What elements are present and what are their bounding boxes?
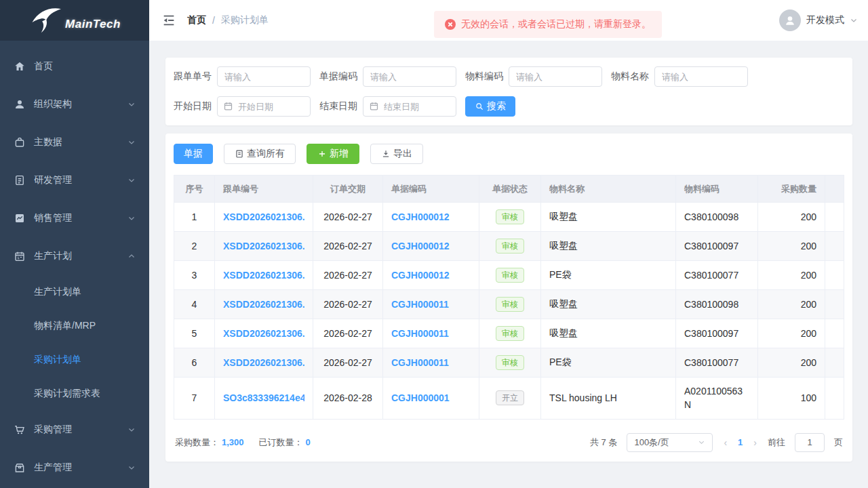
table-row: 5XSDD2026021306..2026-02-27CGJH000011审核吸… (174, 319, 844, 348)
page-size-select[interactable]: 100条/页 (627, 433, 713, 452)
sidebar-item-master-data[interactable]: 主数据 (0, 123, 149, 161)
add-button[interactable]: 新增 (307, 144, 359, 164)
form-item-material-code: 物料编码 (465, 66, 602, 87)
doc-no-link[interactable]: CGJH000011 (391, 328, 471, 339)
avatar (779, 9, 801, 31)
goto-page-input[interactable] (795, 433, 825, 452)
sidebar-item-label: 首页 (34, 60, 136, 73)
search-button[interactable]: 搜索 (465, 96, 515, 117)
order-no-link[interactable]: XSDD2026021306.. (223, 299, 304, 310)
doc-no-link[interactable]: CGJH000012 (391, 270, 471, 281)
prev-page-icon[interactable]: ‹ (722, 437, 728, 448)
order-no-link[interactable]: XSDD2026021306.. (223, 270, 304, 281)
sidebar-subitem-bom-mrp[interactable]: 物料清单/MRP (0, 309, 149, 343)
cell-qty: 200 (758, 203, 825, 232)
table-row: 6XSDD2026021306..2026-02-27CGJH000011审核P… (174, 348, 844, 378)
order-no-link[interactable]: XSDD2026021306.. (223, 241, 304, 251)
result-panel: 单据 查询所有 新增 导出 (165, 134, 852, 462)
current-page[interactable]: 1 (738, 437, 743, 447)
user-icon (14, 98, 26, 110)
page-size-value: 100条/页 (634, 436, 669, 449)
sidebar-subitem-production-plan-order[interactable]: 生产计划单 (0, 275, 149, 309)
purchase-plan-table: 序号跟单编号订单交期单据编码单据状态物料名称物料编码采购数量 1XSDD2026… (174, 175, 844, 420)
sidebar-item-purchasing[interactable]: 采购管理 (0, 411, 149, 449)
sidebar-item-production-plan[interactable]: 生产计划 (0, 237, 149, 275)
cell-delivery-date: 2026-02-27 (313, 290, 383, 319)
query-all-label: 查询所有 (247, 148, 285, 160)
doc-no-link[interactable]: CGJH000001 (391, 392, 471, 403)
status-badge: 审核 (496, 297, 524, 312)
table-row: 1XSDD2026021306..2026-02-27CGJH000012审核吸… (174, 203, 844, 232)
table-row: 7SO3c833396214e402026-02-28CGJH000001开立T… (174, 378, 844, 420)
search-button-label: 搜索 (487, 100, 506, 113)
cell-clipped (825, 232, 844, 261)
cell-seq: 3 (174, 261, 215, 290)
material-name-input[interactable] (654, 66, 748, 87)
start-date-input[interactable] (217, 96, 311, 117)
document-icon (14, 174, 26, 186)
calendar-icon (14, 250, 26, 262)
doc-no-link[interactable]: CGJH000012 (391, 241, 471, 251)
doc-no-link[interactable]: CGJH000011 (391, 357, 471, 368)
cell-material-name: TSL housing LH (541, 378, 676, 420)
cell-clipped (825, 203, 844, 232)
add-label: 新增 (330, 148, 349, 160)
doc-mode-button[interactable]: 单据 (174, 144, 213, 164)
app-root: MainTech 首页 组织架构 主数据 (0, 0, 868, 488)
chart-icon (14, 212, 26, 224)
ordered-qty-value: 0 (306, 437, 311, 447)
doc-no-input[interactable] (363, 66, 456, 87)
field-label: 结束日期 (319, 100, 357, 113)
status-badge: 开立 (496, 390, 524, 405)
pagination-total: 共 7 条 (590, 436, 617, 449)
sidebar-item-sales[interactable]: 销售管理 (0, 199, 149, 237)
chevron-down-icon (127, 426, 136, 434)
doc-no-link[interactable]: CGJH000011 (391, 299, 471, 310)
end-date-input[interactable] (363, 96, 456, 117)
sidebar-item-label: 组织架构 (34, 98, 127, 110)
ordered-qty-summary: 已订数量： 0 (259, 436, 311, 449)
cell-material-code: C380100077 (684, 356, 747, 369)
brand-logo: MainTech (0, 0, 149, 41)
cell-delivery-date: 2026-02-27 (313, 232, 383, 261)
chevron-down-icon (127, 138, 136, 146)
breadcrumb-home[interactable]: 首页 (187, 14, 206, 26)
page-content: 跟单单号 单据编码 物料编码 物料名称 (149, 41, 868, 488)
form-item-material-name: 物料名称 (611, 66, 748, 87)
status-badge: 审核 (496, 326, 524, 341)
sidebar-item-org[interactable]: 组织架构 (0, 85, 149, 123)
form-item-order-no: 跟单单号 (174, 66, 311, 87)
ordered-qty-label: 已订数量： (259, 436, 303, 449)
user-menu[interactable]: 开发模式 (779, 9, 858, 31)
order-no-input[interactable] (217, 66, 311, 87)
sidebar-item-home[interactable]: 首页 (0, 47, 149, 85)
order-no-link[interactable]: XSDD2026021306.. (223, 357, 304, 368)
next-page-icon[interactable]: › (752, 437, 758, 448)
sidebar-fold-icon[interactable] (161, 13, 176, 28)
export-button[interactable]: 导出 (370, 144, 423, 164)
sidebar-item-label: 研发管理 (34, 174, 127, 186)
plus-icon (317, 149, 327, 159)
purchase-qty-label: 采购数量： (175, 436, 219, 449)
form-item-doc-no: 单据编码 (319, 66, 456, 87)
sidebar-item-manufacturing[interactable]: 生产管理 (0, 449, 149, 487)
sidebar: MainTech 首页 组织架构 主数据 (0, 0, 149, 488)
sidebar-subitem-purchase-plan-demand[interactable]: 采购计划需求表 (0, 377, 149, 411)
material-code-input[interactable] (509, 66, 602, 87)
home-icon (14, 60, 26, 73)
column-header: 单据状态 (479, 176, 541, 203)
order-no-link[interactable]: XSDD2026021306.. (223, 328, 304, 339)
order-no-link[interactable]: SO3c833396214e40 (223, 392, 304, 403)
sidebar-subitem-purchase-plan-order[interactable]: 采购计划单 (0, 343, 149, 377)
cell-qty: 200 (758, 261, 825, 290)
error-circle-icon (445, 19, 456, 30)
package-icon (14, 462, 26, 474)
sidebar-item-rnd[interactable]: 研发管理 (0, 161, 149, 199)
order-no-link[interactable]: XSDD2026021306.. (223, 211, 304, 222)
search-icon (475, 102, 484, 111)
doc-no-link[interactable]: CGJH000012 (391, 211, 471, 222)
query-all-button[interactable]: 查询所有 (224, 144, 296, 164)
table-footer: 采购数量： 1,300 已订数量： 0 共 7 条 100条/页 (174, 433, 844, 452)
cell-qty: 200 (758, 348, 825, 378)
table-row: 3XSDD2026021306..2026-02-27CGJH000012审核P… (174, 261, 844, 290)
